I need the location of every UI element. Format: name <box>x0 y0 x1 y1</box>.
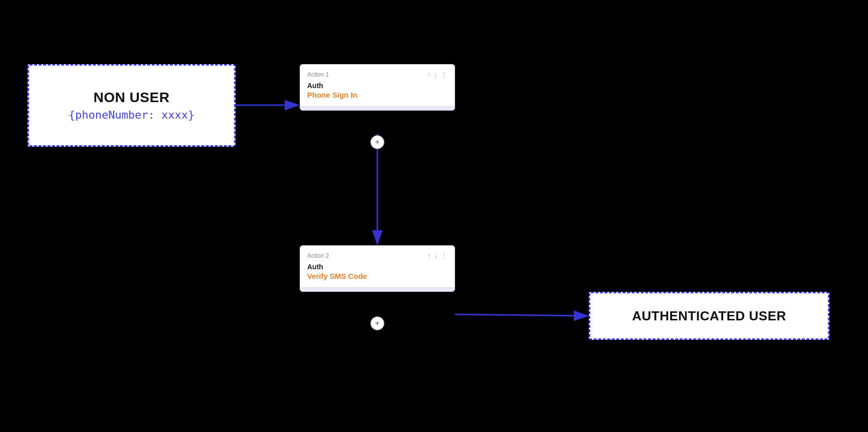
action2-icons: ↑ ↓ ⋮ <box>427 252 448 260</box>
action1-label: Action 1 <box>307 71 329 78</box>
action2-type: Auth <box>307 263 448 271</box>
action2-card: Action 2 ↑ ↓ ⋮ Auth Verify SMS Code <box>300 245 455 292</box>
non-user-title: NON USER <box>94 90 170 106</box>
action2-more-icon[interactable]: ⋮ <box>441 252 448 260</box>
plus-button-2[interactable]: + <box>370 316 384 330</box>
action1-card: Action 1 ↑ ↓ ⋮ Auth Phone Sign In <box>300 64 455 111</box>
action2-footer <box>300 287 455 291</box>
action1-action: Phone Sign In <box>307 91 448 99</box>
action2-action: Verify SMS Code <box>307 272 448 280</box>
auth-user-title: AUTHENTICATED USER <box>632 308 786 324</box>
action1-more-icon[interactable]: ⋮ <box>441 71 448 79</box>
action2-down-icon[interactable]: ↓ <box>434 252 438 260</box>
action2-label: Action 2 <box>307 252 329 259</box>
plus-button-1[interactable]: + <box>370 135 384 149</box>
non-user-subtitle: {phoneNumber: xxxx} <box>69 109 195 121</box>
non-user-box: NON USER {phoneNumber: xxxx} <box>28 64 236 147</box>
action1-type: Auth <box>307 82 448 90</box>
svg-line-3 <box>455 314 587 316</box>
action1-down-icon[interactable]: ↓ <box>434 71 438 79</box>
action2-up-icon[interactable]: ↑ <box>427 252 431 260</box>
action1-icons: ↑ ↓ ⋮ <box>427 71 448 79</box>
action1-footer <box>300 106 455 110</box>
auth-user-box: AUTHENTICATED USER <box>589 292 829 340</box>
action1-up-icon[interactable]: ↑ <box>427 71 431 79</box>
